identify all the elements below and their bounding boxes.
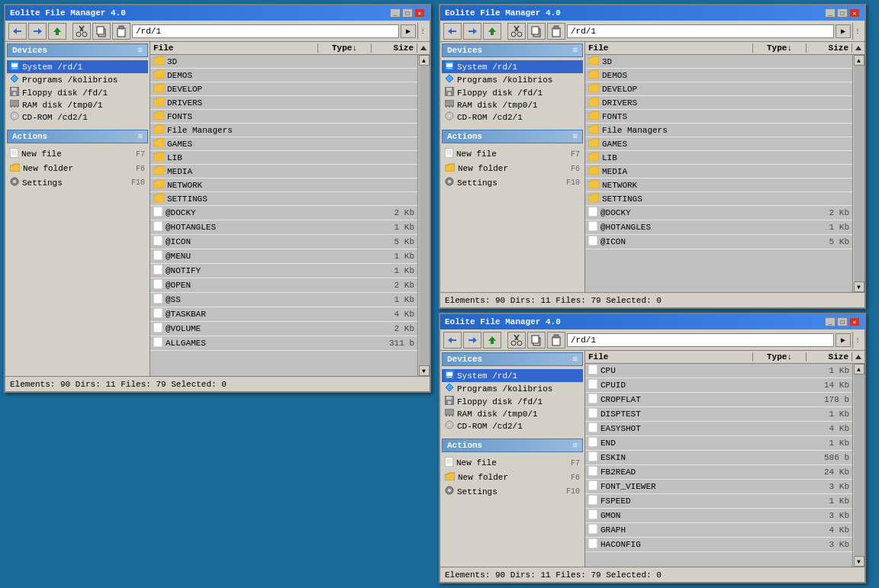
actions-collapse[interactable]: ≡ xyxy=(572,132,578,141)
table-row[interactable]: LIB xyxy=(585,151,852,165)
table-row[interactable]: FONTS xyxy=(585,110,852,124)
scroll-down-button[interactable]: ▼ xyxy=(419,365,430,376)
minimize-button[interactable]: _ xyxy=(390,8,401,18)
device-item[interactable]: RAM disk /tmp0/1 xyxy=(442,408,583,419)
table-row[interactable]: @ICON 5 Kb xyxy=(150,235,417,249)
table-row[interactable]: CPUID 14 Kb xyxy=(585,378,852,393)
scroll-down-button[interactable]: ▼ xyxy=(854,281,865,292)
device-item[interactable]: CD-ROM /cd2/1 xyxy=(7,111,148,124)
action-item[interactable]: New file F7 xyxy=(7,146,148,162)
table-row[interactable]: @NOTIFY 1 Kb xyxy=(150,264,417,278)
table-row[interactable]: GAMES xyxy=(150,137,417,151)
path-input[interactable] xyxy=(567,24,834,38)
copy-button[interactable] xyxy=(527,23,546,40)
table-row[interactable]: END 1 Kb xyxy=(585,436,852,451)
device-item[interactable]: Floppy disk /fd/1 xyxy=(442,395,583,408)
table-row[interactable]: DRIVERS xyxy=(150,96,417,110)
up-button[interactable] xyxy=(48,23,66,40)
col-header-size[interactable]: Size xyxy=(372,43,417,53)
table-row[interactable]: @HOTANGLES 1 Kb xyxy=(150,220,417,235)
devices-collapse[interactable]: ≡ xyxy=(572,355,578,364)
close-button[interactable]: ✕ xyxy=(414,8,425,18)
paste-button[interactable] xyxy=(547,332,565,349)
scroll-track[interactable] xyxy=(854,374,865,556)
maximize-button[interactable]: □ xyxy=(837,8,848,18)
action-item[interactable]: New folder F6 xyxy=(7,162,148,175)
table-row[interactable]: @ICON 5 Kb xyxy=(585,235,852,249)
table-row[interactable]: @VOLUME 2 Kb xyxy=(150,322,417,336)
table-row[interactable]: File Managers xyxy=(150,124,417,137)
table-row[interactable]: @DOCKY 2 Kb xyxy=(585,206,852,220)
table-row[interactable]: HACONFIG 3 Kb xyxy=(585,538,852,552)
device-item[interactable]: RAM disk /tmp0/1 xyxy=(442,99,583,111)
action-item[interactable]: Settings F10 xyxy=(442,484,583,499)
back-button[interactable] xyxy=(443,332,462,349)
copy-button[interactable] xyxy=(92,23,111,40)
forward-button[interactable] xyxy=(28,23,47,40)
table-row[interactable]: @DOCKY 2 Kb xyxy=(150,206,417,220)
path-go-button[interactable]: ▶ xyxy=(401,24,416,38)
path-go-button[interactable]: ▶ xyxy=(836,333,851,347)
forward-button[interactable] xyxy=(463,332,481,349)
scroll-up-button[interactable]: ▲ xyxy=(419,55,430,66)
scroll-up-button[interactable]: ▲ xyxy=(854,364,865,374)
maximize-button[interactable]: □ xyxy=(402,8,413,18)
table-row[interactable]: FSPEED 1 Kb xyxy=(585,494,852,509)
device-item[interactable]: System /rd/1 xyxy=(7,60,148,73)
table-row[interactable]: LIB xyxy=(150,151,417,165)
copy-button[interactable] xyxy=(527,332,546,349)
paste-button[interactable] xyxy=(547,23,565,40)
col-header-file[interactable]: File xyxy=(150,43,318,53)
scrollbar[interactable]: ▲ ▼ xyxy=(417,55,430,376)
table-row[interactable]: @OPEN 2 Kb xyxy=(150,278,417,293)
actions-collapse[interactable]: ≡ xyxy=(137,132,143,141)
back-button[interactable] xyxy=(8,23,27,40)
action-item[interactable]: New folder F6 xyxy=(442,162,583,175)
actions-collapse[interactable]: ≡ xyxy=(572,441,578,450)
device-item[interactable]: System /rd/1 xyxy=(442,369,583,382)
table-row[interactable]: FB2READ 24 Kb xyxy=(585,465,852,480)
col-header-file[interactable]: File xyxy=(585,43,753,53)
maximize-button[interactable]: □ xyxy=(837,317,848,326)
device-item[interactable]: Programs /kolibrios xyxy=(442,382,583,395)
action-item[interactable]: New folder F6 xyxy=(442,471,583,484)
path-input[interactable] xyxy=(567,333,834,347)
col-header-file[interactable]: File xyxy=(585,352,753,361)
col-header-size[interactable]: Size xyxy=(807,352,852,361)
table-row[interactable]: DEMOS xyxy=(150,69,417,82)
cut-button[interactable] xyxy=(507,332,526,349)
table-row[interactable]: CROPFLAT 178 b xyxy=(585,393,852,407)
table-row[interactable]: @HOTANGLES 1 Kb xyxy=(585,220,852,235)
table-row[interactable]: MEDIA xyxy=(585,165,852,178)
table-row[interactable]: SETTINGS xyxy=(585,192,852,206)
col-header-size[interactable]: Size xyxy=(807,43,852,53)
table-row[interactable]: MEDIA xyxy=(150,165,417,178)
action-item[interactable]: Settings F10 xyxy=(7,175,148,190)
table-row[interactable]: GAMES xyxy=(585,137,852,151)
table-row[interactable]: GRAPH 4 Kb xyxy=(585,523,852,538)
table-row[interactable]: DISPTEST 1 Kb xyxy=(585,407,852,422)
table-row[interactable]: FONT_VIEWER 3 Kb xyxy=(585,480,852,494)
col-header-type[interactable]: Type↓ xyxy=(318,43,372,53)
more-button[interactable]: ⋮ xyxy=(852,332,861,349)
scroll-track[interactable] xyxy=(854,66,865,281)
action-item[interactable]: Settings F10 xyxy=(442,175,583,190)
action-item[interactable]: New file F7 xyxy=(442,146,583,162)
device-item[interactable]: Floppy disk /fd/1 xyxy=(442,86,583,99)
device-item[interactable]: Programs /kolibrios xyxy=(7,73,148,86)
col-header-type[interactable]: Type↓ xyxy=(753,43,807,53)
more-button[interactable]: ⋮ xyxy=(852,23,861,40)
paste-button[interactable] xyxy=(112,23,130,40)
device-item[interactable]: System /rd/1 xyxy=(442,60,583,73)
table-row[interactable]: ESKIN 586 b xyxy=(585,451,852,465)
table-row[interactable]: SETTINGS xyxy=(150,192,417,206)
table-row[interactable]: DRIVERS xyxy=(585,96,852,110)
device-item[interactable]: Floppy disk /fd/1 xyxy=(7,86,148,99)
up-button[interactable] xyxy=(483,23,501,40)
scrollbar[interactable]: ▲ ▼ xyxy=(852,364,865,567)
path-input[interactable] xyxy=(132,24,399,38)
table-row[interactable]: GMON 3 Kb xyxy=(585,509,852,523)
device-item[interactable]: Programs /kolibrios xyxy=(442,73,583,86)
cut-button[interactable] xyxy=(507,23,526,40)
table-row[interactable]: NETWORK xyxy=(150,178,417,192)
